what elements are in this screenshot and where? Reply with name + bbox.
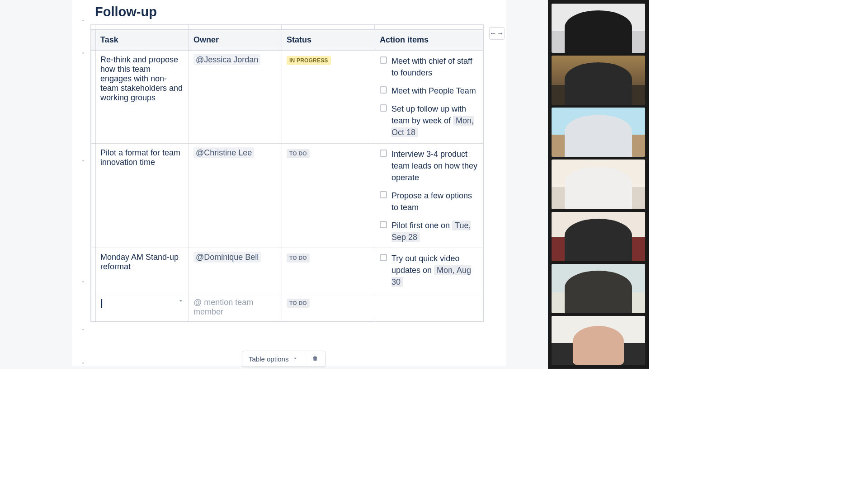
checkbox[interactable] [380, 86, 387, 94]
checkbox[interactable] [380, 221, 387, 228]
gutter-dot: • [82, 158, 84, 163]
section-heading: Follow-up [95, 5, 506, 19]
video-tile[interactable] [552, 160, 645, 209]
action-item-text: Meet with chief of staff to founders [392, 55, 478, 79]
video-tile[interactable] [552, 56, 645, 105]
owner-placeholder: @ mention team member [193, 298, 253, 316]
task-cell[interactable] [96, 293, 189, 321]
column-header-owner[interactable]: Owner [189, 30, 282, 51]
action-item-text: Set up follow up with team by week of Mo… [392, 103, 478, 138]
video-tile[interactable] [552, 108, 645, 157]
status-lozenge[interactable]: TO DO [287, 299, 310, 308]
task-cell[interactable]: Pilot a format for team innovation time [96, 143, 189, 248]
task-cell[interactable]: Re-think and propose how this team engag… [96, 51, 189, 144]
table-row[interactable]: Re-think and propose how this team engag… [91, 51, 483, 144]
chevron-down-icon [292, 355, 298, 363]
video-call-sidebar [548, 0, 649, 369]
action-cell[interactable]: Try out quick video updates on Mon, Aug … [375, 248, 483, 293]
gutter-dot: • [82, 361, 84, 366]
action-cell[interactable]: Meet with chief of staff to founders Mee… [375, 51, 483, 144]
video-tile[interactable] [552, 212, 645, 261]
column-header-status[interactable]: Status [282, 30, 375, 51]
gutter-dot: • [82, 327, 84, 332]
followup-table: Task Owner Status Action items Re-think … [90, 24, 484, 322]
action-item-text: Propose a few options to team [392, 190, 478, 213]
table-row[interactable]: Monday AM Stand-up reformat @Dominique B… [91, 248, 483, 293]
owner-mention[interactable]: @Christine Lee [193, 147, 254, 158]
action-cell[interactable] [375, 293, 483, 321]
document-area: Follow-up • • • • • • Task Owner Status … [72, 0, 506, 366]
chevron-down-icon[interactable] [177, 297, 185, 305]
gutter-dot: • [82, 279, 84, 284]
table-options-button[interactable]: Table options [242, 352, 305, 366]
status-cell[interactable]: IN PROGRESS [282, 51, 375, 144]
checkbox[interactable] [380, 150, 387, 157]
owner-mention[interactable]: @Dominique Bell [193, 252, 261, 263]
status-cell[interactable]: TO DO [282, 143, 375, 248]
task-cell[interactable]: Monday AM Stand-up reformat [96, 248, 189, 293]
owner-cell[interactable]: @ mention team member [189, 293, 282, 321]
trash-icon [311, 355, 319, 363]
checkbox[interactable] [380, 254, 387, 261]
status-cell[interactable]: TO DO [282, 248, 375, 293]
action-cell[interactable]: Interview 3-4 product team leads on how … [375, 143, 483, 248]
video-tile[interactable] [552, 316, 645, 365]
checkbox[interactable] [380, 104, 387, 112]
delete-table-button[interactable] [305, 352, 325, 366]
text-cursor [100, 298, 103, 308]
row-handle-header [91, 30, 96, 51]
checkbox[interactable] [380, 191, 387, 198]
expand-horizontal-icon: ←→ [490, 29, 504, 38]
checkbox[interactable] [380, 56, 387, 64]
owner-cell[interactable]: @Jessica Jordan [189, 51, 282, 144]
table-options-label: Table options [249, 355, 288, 363]
table-row-new[interactable]: @ mention team member TO DO [91, 293, 483, 321]
video-tile[interactable] [552, 264, 645, 313]
column-header-action[interactable]: Action items [375, 30, 483, 51]
column-header-task[interactable]: Task [96, 30, 189, 51]
action-item-text: Meet with People Team [392, 85, 476, 97]
owner-cell[interactable]: @Christine Lee [189, 143, 282, 248]
action-item-text: Pilot first one on Tue, Sep 28 [392, 220, 478, 243]
action-item-text: Try out quick video updates on Mon, Aug … [392, 253, 478, 288]
action-item-text: Interview 3-4 product team leads on how … [392, 148, 478, 183]
status-cell[interactable]: TO DO [282, 293, 375, 321]
status-lozenge[interactable]: TO DO [287, 253, 310, 263]
table-toolbar: Table options [242, 351, 326, 367]
status-lozenge[interactable]: IN PROGRESS [287, 56, 331, 65]
expand-table-button[interactable]: ←→ [489, 27, 505, 40]
owner-mention[interactable]: @Jessica Jordan [193, 54, 260, 65]
owner-cell[interactable]: @Dominique Bell [189, 248, 282, 293]
gutter-dot: • [82, 18, 84, 23]
table-row[interactable]: Pilot a format for team innovation time … [91, 143, 483, 248]
status-lozenge[interactable]: TO DO [287, 149, 310, 158]
video-tile[interactable] [552, 4, 645, 53]
gutter-dot: • [82, 51, 84, 56]
